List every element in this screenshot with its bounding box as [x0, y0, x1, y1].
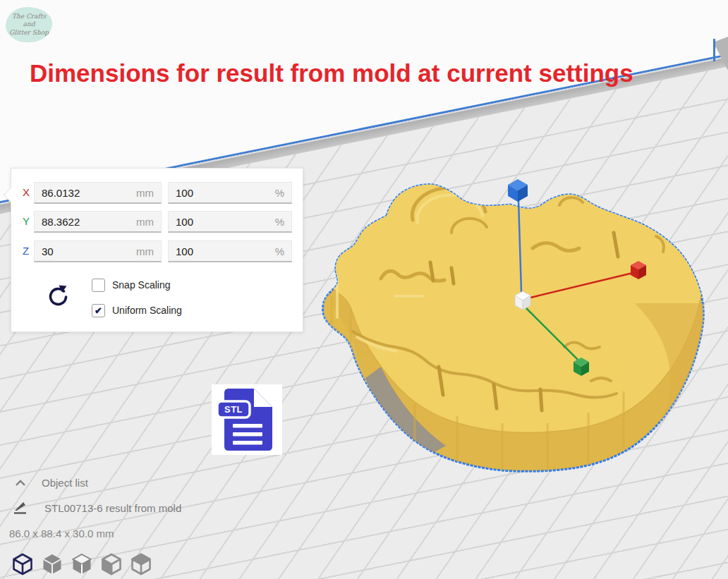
model-dimensions-text: 86.0 x 88.4 x 30.0 mm: [9, 528, 114, 540]
application-window: The Crafts and Glitter Shop Dimensions f…: [0, 0, 728, 579]
snap-scaling-label: Snap Scaling: [112, 279, 171, 291]
stl-file-icon: STL: [212, 384, 282, 455]
stl-badge-label: STL: [224, 404, 243, 415]
z-size-input[interactable]: [35, 245, 136, 257]
z-percent-unit: %: [275, 245, 291, 257]
uniform-scaling-checkbox[interactable]: ✔: [92, 304, 105, 317]
x-axis-label: X: [23, 186, 34, 198]
scale-tool-panel: X mm % Y mm % Z mm: [11, 168, 303, 332]
model-viewport[interactable]: [303, 161, 728, 489]
object-list-header[interactable]: Object list: [0, 477, 88, 489]
mesh-type-icon: [13, 501, 28, 515]
page-title: Dimensions for result from mold at curre…: [30, 59, 633, 87]
y-percent-input[interactable]: [169, 216, 275, 228]
object-list-title: Object list: [42, 477, 88, 489]
uniform-scaling-row: ✔ Uniform Scaling: [92, 303, 182, 317]
shop-logo: The Crafts and Glitter Shop: [6, 7, 52, 42]
object-list-item-name: STL00713-6 result from mold: [44, 502, 181, 514]
camera-view-toolbar: [10, 551, 154, 577]
view-front-icon[interactable]: [40, 551, 65, 577]
x-percent-unit: %: [275, 187, 291, 199]
view-3d-icon[interactable]: [10, 551, 35, 577]
snap-scaling-row: ✔ Snap Scaling: [92, 278, 171, 292]
x-size-unit: mm: [136, 187, 161, 199]
scale-row-z: Z mm %: [11, 240, 303, 262]
center-handle[interactable]: [515, 291, 530, 310]
scale-row-x: X mm %: [11, 182, 303, 204]
y-size-input[interactable]: [35, 216, 136, 228]
y-axis-label: Y: [23, 215, 34, 227]
uniform-scaling-label: Uniform Scaling: [112, 305, 182, 316]
view-top-icon[interactable]: [69, 551, 95, 577]
snap-scaling-checkbox[interactable]: ✔: [92, 279, 105, 292]
y-percent-unit: %: [275, 216, 291, 228]
build-volume-corner-edge: [713, 39, 715, 61]
z-axis-handle[interactable]: [508, 179, 528, 202]
chevron-up-icon[interactable]: [15, 480, 26, 487]
z-axis-label: Z: [23, 245, 34, 257]
logo-line1: The Crafts: [12, 13, 46, 20]
scale-row-y: Y mm %: [11, 211, 303, 233]
view-left-icon[interactable]: [99, 551, 124, 577]
y-size-unit: mm: [136, 216, 161, 228]
stl-doc-lines: [233, 424, 262, 445]
reset-scale-icon[interactable]: [45, 284, 71, 310]
object-list-item[interactable]: STL00713-6 result from mold: [0, 501, 181, 515]
x-percent-input[interactable]: [169, 187, 275, 199]
z-percent-input[interactable]: [169, 245, 275, 257]
check-icon: ✔: [95, 305, 102, 316]
view-right-icon[interactable]: [128, 551, 154, 577]
z-size-unit: mm: [136, 245, 161, 257]
stl-doc-fold: [254, 389, 272, 407]
logo-line3: Glitter Shop: [9, 29, 49, 37]
logo-line2: and: [23, 20, 35, 28]
x-size-input[interactable]: [35, 187, 136, 199]
